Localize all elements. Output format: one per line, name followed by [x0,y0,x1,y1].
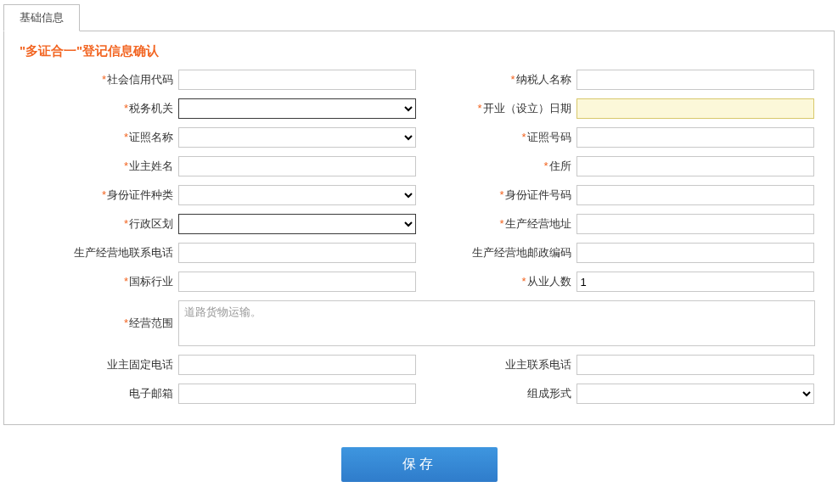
input-social-credit-code[interactable] [178,70,416,90]
input-employee-count[interactable] [576,272,814,292]
input-owner-fixed-phone[interactable] [178,355,416,375]
label-email: 电子邮箱 [13,386,178,401]
tab-basic-info[interactable]: 基础信息 [3,4,80,31]
save-button[interactable]: 保存 [341,447,498,482]
label-composition-form: 组成形式 [419,386,576,401]
textarea-biz-scope[interactable] [178,300,815,346]
label-biz-postal: 生产经营地邮政编码 [419,245,576,260]
input-taxpayer-name[interactable] [576,70,814,90]
label-open-date: *开业（设立）日期 [419,101,576,116]
tab-strip: 基础信息 "多证合一"登记信息确认 *社会信用代码 *纳税人名称 *税务机关 [3,3,835,425]
input-email[interactable] [178,384,416,404]
input-id-number[interactable] [576,185,814,205]
input-national-industry[interactable] [178,272,416,292]
label-cert-number: *证照号码 [419,130,576,145]
input-biz-phone[interactable] [178,243,416,263]
select-admin-division[interactable] [178,214,416,234]
input-residence[interactable] [576,156,814,176]
form-panel: "多证合一"登记信息确认 *社会信用代码 *纳税人名称 *税务机关 *开业（设立… [3,31,835,425]
label-taxpayer-name: *纳税人名称 [419,72,576,87]
label-social-credit-code: *社会信用代码 [13,72,178,87]
label-admin-division: *行政区划 [13,216,178,232]
label-biz-scope: *经营范围 [13,316,178,331]
select-composition-form[interactable] [576,384,814,404]
input-biz-postal[interactable] [576,243,814,263]
input-open-date[interactable] [576,98,814,119]
label-owner-name: *业主姓名 [13,159,178,174]
label-tax-authority: *税务机关 [13,101,178,116]
input-cert-number[interactable] [576,127,814,148]
label-biz-address: *生产经营地址 [419,216,576,232]
label-cert-name: *证照名称 [13,130,178,145]
select-tax-authority[interactable] [178,98,416,119]
select-cert-name[interactable] [178,127,416,148]
label-residence: *住所 [419,159,576,174]
select-id-type[interactable] [178,185,416,205]
label-id-type: *身份证件种类 [13,188,178,203]
input-owner-contact-phone[interactable] [576,355,814,375]
input-owner-name[interactable] [178,156,416,176]
section-title: "多证合一"登记信息确认 [13,40,825,70]
label-id-number: *身份证件号码 [419,188,576,203]
button-row: 保存 [3,447,835,482]
label-owner-contact-phone: 业主联系电话 [419,357,576,372]
input-biz-address[interactable] [576,214,814,234]
label-biz-phone: 生产经营地联系电话 [13,245,178,260]
label-employee-count: *从业人数 [419,274,576,289]
label-national-industry: *国标行业 [13,274,178,289]
label-owner-fixed-phone: 业主固定电话 [13,357,178,372]
